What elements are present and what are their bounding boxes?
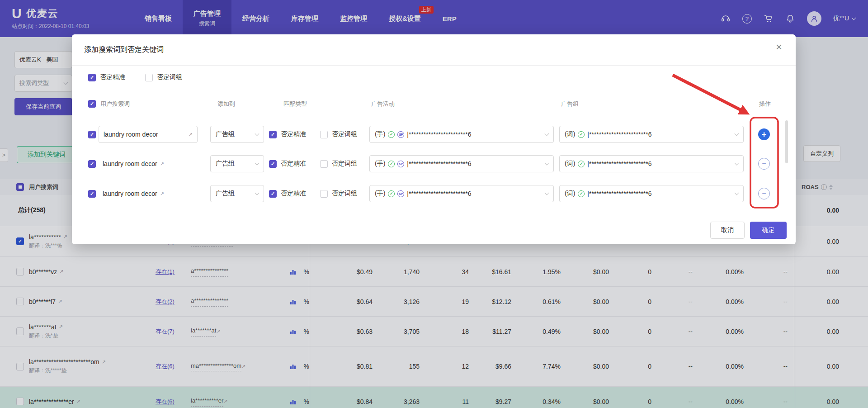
ad-group-value: |************************6 <box>587 131 651 138</box>
term-input[interactable]: laundry room decor ↗ <box>99 123 198 146</box>
modal-scrollbar[interactable] <box>785 120 788 163</box>
cancel-button[interactable]: 取消 <box>710 222 745 239</box>
modal-select-all-checkbox[interactable]: ✓ <box>88 100 96 108</box>
term-text: laundry room decor ↗ <box>103 182 164 205</box>
ad-group-value: |************************6 <box>587 190 651 197</box>
row-neg-exact-checkbox[interactable]: ✓ <box>269 131 277 138</box>
add-to-value: 广告组 <box>216 190 235 198</box>
row-neg-exact-label: 否定精准 <box>281 160 306 168</box>
add-to-select[interactable]: 广告组 <box>210 155 264 172</box>
row-neg-phrase-option[interactable]: 否定词组 <box>320 190 357 198</box>
modal-row-checkbox[interactable]: ✓ <box>88 131 96 138</box>
modal-row: ✓ laundry room decor ↗ 广告组 ✓否定精准 否定词组 (手… <box>72 182 796 205</box>
modal-row: ✓ laundry room decor ↗ 广告组 ✓否定精准 否定词组 (手… <box>72 123 796 146</box>
chevron-down-icon <box>255 131 259 136</box>
divider <box>72 65 796 66</box>
row-neg-phrase-checkbox[interactable] <box>320 190 328 198</box>
row-neg-exact-checkbox[interactable]: ✓ <box>269 160 277 168</box>
modal-column-add-to: 添加到 <box>217 100 235 108</box>
group-type-tag: (词) <box>565 190 575 198</box>
ad-group-select[interactable]: (词) ✓ |************************6 <box>559 185 744 202</box>
add-to-select[interactable]: 广告组 <box>210 185 264 202</box>
modal-row: ✓ laundry room decor ↗ 广告组 ✓否定精准 否定词组 (手… <box>72 152 796 175</box>
match-type-options: ✓ 否定精准 否定词组 <box>88 73 182 81</box>
close-icon[interactable]: × <box>776 42 782 52</box>
campaign-select[interactable]: (手) ✓ SP |************************6 <box>369 185 554 202</box>
campaign-select[interactable]: (手) ✓ SP |************************6 <box>369 155 554 172</box>
campaign-select[interactable]: (手) ✓ SP |************************6 <box>369 126 554 143</box>
modal-column-match-type: 匹配类型 <box>283 100 307 108</box>
campaign-type-tag: (手) <box>375 190 385 198</box>
row-neg-phrase-label: 否定词组 <box>332 130 357 138</box>
term-text: laundry room decor ↗ <box>103 152 164 175</box>
add-row-button[interactable]: + <box>758 128 770 140</box>
chevron-down-icon <box>545 161 549 165</box>
modal-column-campaign: 广告活动 <box>371 100 395 108</box>
row-neg-phrase-checkbox[interactable] <box>320 131 328 138</box>
external-link-icon[interactable]: ↗ <box>189 132 193 138</box>
row-neg-exact-label: 否定精准 <box>281 190 306 198</box>
row-neg-phrase-option[interactable]: 否定词组 <box>320 130 357 138</box>
sp-badge-icon: SP <box>397 131 404 138</box>
neg-exact-checkbox[interactable]: ✓ <box>88 74 96 81</box>
neg-phrase-option[interactable]: 否定词组 <box>145 73 182 81</box>
check-mark: ✓ <box>90 161 94 166</box>
modal-row-checkbox[interactable]: ✓ <box>88 160 96 168</box>
check-mark: ✓ <box>90 75 94 80</box>
neg-phrase-checkbox[interactable] <box>145 74 153 81</box>
chevron-down-icon <box>735 131 739 136</box>
group-type-tag: (词) <box>565 130 575 138</box>
chevron-down-icon <box>545 190 549 195</box>
row-neg-phrase-label: 否定词组 <box>332 160 357 168</box>
neg-exact-option[interactable]: ✓ 否定精准 <box>88 73 125 81</box>
confirm-button[interactable]: 确定 <box>750 222 787 239</box>
chevron-down-icon <box>545 131 549 136</box>
ad-group-select[interactable]: (词) ✓ |************************6 <box>559 155 744 172</box>
term-value: laundry room decor <box>103 160 157 167</box>
modal-row-checkbox[interactable]: ✓ <box>88 190 96 198</box>
campaign-type-tag: (手) <box>375 160 385 168</box>
campaign-type-tag: (手) <box>375 130 385 138</box>
check-circle-icon: ✓ <box>388 161 395 167</box>
add-to-value: 广告组 <box>216 160 235 168</box>
external-link-icon[interactable]: ↗ <box>160 191 164 197</box>
row-neg-phrase-checkbox[interactable] <box>320 160 328 168</box>
check-circle-icon: ✓ <box>388 131 395 138</box>
ad-group-value: |************************6 <box>587 160 651 167</box>
row-neg-phrase-option[interactable]: 否定词组 <box>320 160 357 168</box>
check-mark: ✓ <box>90 101 94 106</box>
neg-exact-label: 否定精准 <box>100 73 125 81</box>
neg-phrase-label: 否定词组 <box>157 73 182 81</box>
add-negative-keywords-modal: 添加搜索词到否定关键词 × ✓ 否定精准 否定词组 ✓ 用户搜索词 添加到 匹配… <box>72 34 796 244</box>
add-to-select[interactable]: 广告组 <box>210 126 264 143</box>
row-neg-exact-checkbox[interactable]: ✓ <box>269 190 277 198</box>
campaign-value: |************************6 <box>407 131 471 138</box>
chevron-down-icon <box>735 161 739 165</box>
check-circle-icon: ✓ <box>578 190 585 197</box>
remove-row-button[interactable]: − <box>758 158 770 170</box>
chevron-down-icon <box>735 190 739 195</box>
sp-badge-icon: SP <box>397 190 404 197</box>
check-circle-icon: ✓ <box>578 161 585 167</box>
check-mark: ✓ <box>271 191 275 196</box>
check-mark: ✓ <box>271 161 275 166</box>
term-value: laundry room decor <box>103 190 157 197</box>
row-neg-exact-option[interactable]: ✓否定精准 <box>269 130 306 138</box>
chevron-down-icon <box>255 190 259 195</box>
external-link-icon[interactable]: ↗ <box>160 161 164 167</box>
add-to-value: 广告组 <box>216 130 235 138</box>
campaign-value: |************************6 <box>407 160 471 167</box>
sp-badge-icon: SP <box>397 161 404 167</box>
check-mark: ✓ <box>90 191 94 196</box>
check-mark: ✓ <box>90 132 94 137</box>
modal-column-ops: 操作 <box>759 100 771 108</box>
row-neg-exact-option[interactable]: ✓否定精准 <box>269 160 306 168</box>
chevron-down-icon <box>255 161 259 165</box>
modal-column-ad-group: 广告组 <box>561 100 579 108</box>
campaign-value: |************************6 <box>407 190 471 197</box>
check-circle-icon: ✓ <box>578 131 585 138</box>
ad-group-select[interactable]: (词) ✓ |************************6 <box>559 126 744 143</box>
modal-column-term: 用户搜索词 <box>100 100 130 108</box>
remove-row-button[interactable]: − <box>758 188 770 199</box>
row-neg-exact-option[interactable]: ✓否定精准 <box>269 190 306 198</box>
